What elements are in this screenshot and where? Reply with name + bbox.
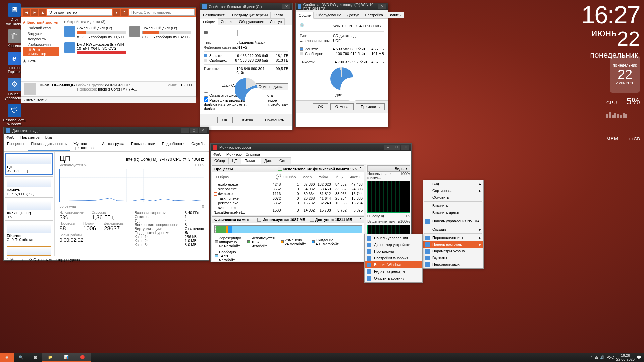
tab-hardware[interactable]: Оборудование (313, 12, 344, 18)
sidebar-item-this-pc[interactable]: 🖥 Этот компьютер (23, 47, 59, 56)
menu-item[interactable]: Вставить ярлык (423, 209, 483, 216)
nav-up-button[interactable]: ▲ (39, 9, 46, 16)
tab-security[interactable]: Безопасность (200, 12, 229, 18)
tab-recording[interactable]: Запись (386, 12, 404, 18)
menu-help[interactable]: Справка (246, 152, 260, 156)
sidebar-quick-access[interactable]: ★ Быстрый доступ (23, 20, 59, 25)
sidebar-item-documents[interactable]: Документы (23, 36, 59, 42)
menu-monitor[interactable]: Монитор (226, 152, 241, 156)
task-view-button[interactable]: ⊞ (28, 353, 42, 362)
collapse-icon[interactable]: ⌃ (359, 218, 362, 222)
drive-d[interactable]: Локальный диск (D:)87,8 ГБ свободно из 1… (129, 25, 192, 40)
cancel-button[interactable]: Отмена (330, 103, 354, 110)
menu-item[interactable]: Персонализация+ (423, 234, 483, 241)
menu-item[interactable]: Обновить (423, 194, 483, 201)
menu-file[interactable]: Файл (6, 135, 15, 139)
menu-item[interactable]: Диспетчер устройств (365, 241, 422, 248)
menu-item[interactable]: Редактор реестра (365, 268, 422, 275)
tray-notifications-icon[interactable]: 💬 (637, 355, 641, 360)
menu-item[interactable]: Очистить корзину (365, 275, 422, 282)
tab-quota[interactable]: Квота (270, 12, 286, 18)
drive-e[interactable]: DVD RW дисковод (E:) WIN 10 ENT X64 LTSC… (64, 42, 127, 56)
tab-processes[interactable]: Процессы (4, 140, 28, 151)
nav-back-button[interactable]: ◄ (23, 9, 30, 16)
tab-startup[interactable]: Автозагрузка (99, 140, 128, 151)
ok-button[interactable]: OK (217, 117, 233, 123)
tray-clock[interactable]: 16:2822.06.2020 (616, 353, 635, 361)
menu-item[interactable]: Параметры экрана (423, 248, 483, 254)
tab-hardware[interactable]: Оборудование (236, 18, 267, 25)
sidebar-item-desktop[interactable]: Рабочий стол (23, 25, 59, 31)
sidebar-item-pictures[interactable]: Изображения (23, 42, 59, 47)
menu-item[interactable]: Сортировка (423, 187, 483, 194)
menu-item[interactable]: Вставить (423, 202, 483, 209)
address-dropdown[interactable]: ▾ (113, 9, 120, 16)
apply-button[interactable]: Применить (260, 117, 289, 123)
views-dropdown[interactable]: Виды ▾ (367, 165, 410, 172)
open-resmon-link[interactable]: ⟳ Открыть монитор ресурсов (29, 258, 80, 262)
apply-button[interactable]: Применить (356, 103, 385, 110)
desktop-icon-windows-security[interactable]: 🛡Безопасность Windows (3, 104, 26, 126)
cancel-button[interactable]: Отмена (235, 117, 258, 123)
tab-general[interactable]: Общие (200, 19, 218, 25)
taskbar-resmon[interactable]: 🔴 (74, 353, 91, 362)
tab-network[interactable]: Сеть (276, 157, 291, 164)
menu-item[interactable]: Вид (423, 181, 483, 187)
menu-file[interactable]: Файл (213, 152, 222, 156)
drives-group-header[interactable]: ▾ Устройства и диски (3) (64, 20, 193, 24)
search-input[interactable] (129, 9, 195, 16)
tab-general[interactable]: Общие (296, 12, 314, 19)
ok-button[interactable]: OK (313, 103, 328, 110)
tab-performance[interactable]: Производительность (28, 140, 70, 151)
nav-fwd-button[interactable]: ► (31, 9, 38, 16)
close-button[interactable]: ✕ (378, 4, 386, 9)
menu-item[interactable]: Создать (423, 226, 483, 233)
tab-customize[interactable]: Настройка (362, 12, 386, 18)
volume-label-input[interactable] (333, 23, 384, 29)
volume-label-input[interactable] (237, 30, 288, 36)
collapse-icon[interactable]: ⌃ (359, 167, 362, 171)
tab-memory[interactable]: Память (241, 157, 261, 164)
tab-prev-versions[interactable]: Предыдущие версии (229, 12, 271, 18)
perf-card-cpu[interactable]: ЦП3% 1,36 ГГц (5, 153, 53, 175)
menu-item[interactable]: Гаджеты (423, 254, 483, 261)
tab-overview[interactable]: Обзор (211, 157, 229, 164)
tab-details[interactable]: Подробности (159, 140, 188, 151)
perf-card-gpu[interactable]: Графический проNVIDIA GeForce GTX 10 1% (5, 245, 53, 256)
sidebar-item-network[interactable]: 🖧 Сеть (23, 59, 59, 63)
menu-item[interactable]: Панель настроек (423, 241, 483, 248)
tab-sharing[interactable]: Доступ (344, 12, 362, 18)
tray-language[interactable]: РУС (607, 355, 614, 359)
tab-services[interactable]: Службы (188, 140, 209, 151)
tray-network-icon[interactable]: 🖧 (594, 355, 598, 359)
drive-c[interactable]: Локальный диск (C:)81,3 ГБ свободно из 9… (64, 25, 127, 40)
tab-cpu[interactable]: ЦП (228, 157, 241, 164)
menu-item[interactable]: Программы (365, 248, 422, 255)
minimize-button[interactable]: – (181, 128, 189, 133)
tab-disk[interactable]: Диск (261, 157, 276, 164)
close-button[interactable]: ✕ (282, 4, 290, 9)
menu-item[interactable]: Панель управления NVIDIA (423, 218, 483, 224)
perf-card-memory[interactable]: Память1,1/15,9 ГБ (7%) (5, 176, 53, 198)
tab-tools[interactable]: Сервис (218, 18, 236, 25)
taskbar-taskman[interactable]: 📊 (58, 353, 74, 362)
maximize-button[interactable]: □ (190, 128, 198, 133)
menu-view[interactable]: Вид (45, 135, 52, 139)
maximize-button[interactable]: □ (392, 145, 400, 150)
close-button[interactable]: ✕ (401, 145, 409, 150)
tray-volume-icon[interactable]: 🔊 (600, 355, 605, 360)
tab-app-history[interactable]: Журнал приложений (70, 140, 99, 151)
menu-item[interactable]: Версия Windows (365, 261, 422, 268)
perf-card-disk[interactable]: Диск 0 (C: D:)0% (5, 199, 53, 221)
perf-card-ethernet[interactable]: EthernetО: 0 П: 0 кбит/с (5, 222, 53, 243)
menu-item[interactable]: Панель управления (365, 235, 422, 241)
tray-chevron-icon[interactable]: ˄ (590, 355, 592, 360)
close-button[interactable]: ✕ (199, 128, 207, 133)
menu-options[interactable]: Параметры (20, 135, 40, 139)
menu-item[interactable]: Настройки Windows (365, 255, 422, 261)
start-button[interactable]: ◉ (0, 353, 14, 362)
search-button[interactable]: 🔍 (14, 353, 28, 362)
sidebar-item-downloads[interactable]: Загрузки (23, 31, 59, 36)
fewer-details-link[interactable]: ⌃ Меньше (6, 258, 24, 262)
minimize-button[interactable]: – (384, 145, 392, 150)
